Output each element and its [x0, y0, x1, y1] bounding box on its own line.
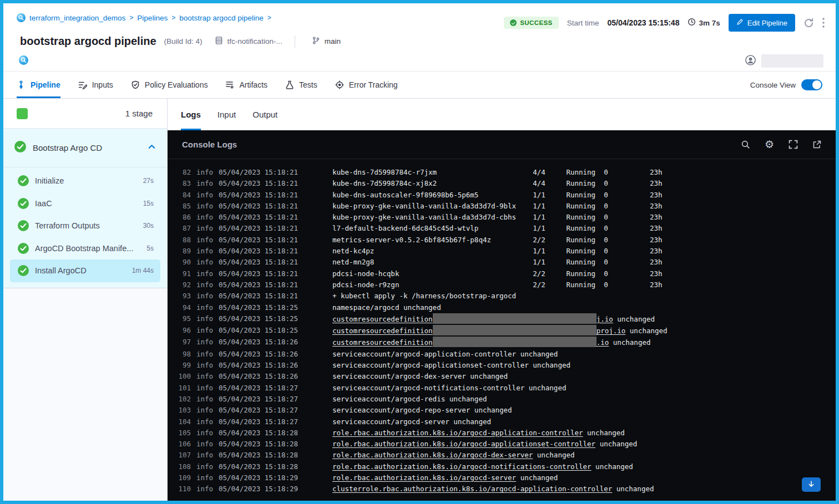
start-time-label: Start time: [567, 19, 599, 27]
log-link[interactable]: role.rbac.authorization.k8s.io/argocd-de…: [332, 451, 533, 459]
kebab-menu-icon[interactable]: [822, 18, 825, 28]
log-link[interactable]: role.rbac.authorization.k8s.io/argocd-se…: [332, 474, 516, 482]
log-line: 95info05/04/2023 15:18:25customresourced…: [176, 313, 836, 325]
refresh-icon[interactable]: [803, 18, 814, 28]
log-tab-logs[interactable]: Logs: [181, 99, 201, 130]
breadcrumb-item-pipelines[interactable]: Pipelines: [137, 14, 168, 22]
stage-count-row: 1 stage: [3, 99, 167, 129]
log-message: kube-dns-7d5998784c-r7jxm 4/4 Running 0 …: [304, 167, 836, 178]
log-line: 106info05/04/2023 15:18:28role.rbac.auth…: [176, 439, 836, 450]
log-link[interactable]: customresourcedefinition: [332, 315, 433, 323]
log-timestamp: 05/04/2023 15:18:27: [219, 394, 298, 405]
console-view-toggle[interactable]: [801, 79, 822, 90]
step-duration: 1m 44s: [132, 267, 154, 274]
log-line-number: 87: [176, 223, 191, 234]
tab-label: Inputs: [92, 80, 113, 89]
scroll-to-bottom-button[interactable]: [802, 477, 821, 492]
log-link[interactable]: j.io: [597, 315, 613, 323]
log-message: + kubectl apply -k /harness/bootstrap-ar…: [304, 291, 836, 302]
log-line: 90info05/04/2023 15:18:21netd-mn2g8 1/1 …: [176, 257, 836, 268]
step-list: Initialize27sIaaC15sTerraform Outputs30s…: [3, 167, 167, 288]
tab-error-tracking[interactable]: Error Tracking: [335, 72, 398, 98]
tab-inputs[interactable]: Inputs: [78, 72, 113, 98]
log-timestamp: 05/04/2023 15:18:21: [219, 235, 298, 246]
edit-pipeline-button[interactable]: Edit Pipeline: [729, 14, 795, 32]
log-line: 94info05/04/2023 15:18:25namespace/argoc…: [176, 302, 836, 313]
search-icon[interactable]: [741, 140, 750, 149]
content: 1 stage Bootstrap Argo CD Initialize27sI…: [3, 99, 836, 501]
log-timestamp: 05/04/2023 15:18:29: [219, 483, 298, 495]
open-in-new-icon[interactable]: [812, 140, 821, 149]
log-link[interactable]: customresourcedefinition: [332, 338, 433, 347]
clock-icon: [688, 18, 696, 28]
main-tabbar: PipelineInputsPolicy EvaluationsArtifact…: [3, 71, 836, 99]
arrow-down-icon: [807, 480, 815, 490]
tabs: PipelineInputsPolicy EvaluationsArtifact…: [17, 72, 398, 98]
avatar-icon[interactable]: [745, 55, 756, 68]
log-line: 85info05/04/2023 15:18:21kube-proxy-gke-…: [176, 201, 836, 212]
log-tab-input[interactable]: Input: [218, 99, 236, 130]
log-line-number: 105: [176, 427, 191, 439]
log-link[interactable]: role.rbac.authorization.k8s.io/argocd-no…: [332, 462, 592, 471]
tab-label: Tests: [299, 80, 317, 89]
log-link[interactable]: .io: [597, 338, 609, 347]
title-row: bootstrap argocd pipeline (Build Id: 4) …: [20, 35, 341, 48]
step-initialize[interactable]: Initialize27s: [10, 170, 160, 192]
log-message: namespace/argocd unchanged: [304, 302, 836, 313]
tab-artifacts[interactable]: Artifacts: [225, 72, 267, 98]
settings-gear-icon[interactable]: ⚙: [765, 139, 774, 150]
tab-tests[interactable]: Tests: [285, 72, 317, 98]
step-duration: 5s: [146, 245, 154, 252]
log-link[interactable]: role.rbac.authorization.k8s.io/argocd-ap…: [332, 440, 595, 448]
log-level: info: [196, 461, 213, 472]
log-level: info: [196, 246, 213, 257]
success-check-icon: [510, 19, 517, 26]
breadcrumb-item-bootstrap-argocd-pipeline[interactable]: bootstrap argocd pipeline: [179, 14, 264, 22]
log-timestamp: 05/04/2023 15:18:26: [219, 371, 298, 382]
log-line: 82info05/04/2023 15:18:21kube-dns-7d5998…: [176, 167, 836, 178]
log-level: info: [196, 450, 213, 461]
log-line: 108info05/04/2023 15:18:28role.rbac.auth…: [176, 461, 836, 472]
console-toolbar: ⚙: [741, 139, 821, 150]
tab-policy-evaluations[interactable]: Policy Evaluations: [131, 72, 208, 98]
log-message: role.rbac.authorization.k8s.io/argocd-no…: [304, 461, 836, 472]
log-line-number: 107: [176, 450, 191, 461]
tab-label: Artifacts: [239, 80, 267, 89]
chevron-up-icon[interactable]: [148, 142, 156, 153]
log-line: 109info05/04/2023 15:18:29role.rbac.auth…: [176, 472, 836, 483]
duration: 3m 7s: [688, 18, 720, 28]
log-link[interactable]: customresourcedefinition: [332, 327, 433, 335]
log-link[interactable]: role.rbac.authorization.k8s.io/argocd-ap…: [332, 429, 583, 437]
log-tab-output[interactable]: Output: [252, 99, 277, 130]
log-level: info: [196, 405, 213, 416]
log-link[interactable]: clusterrole.rbac.authorization.k8s.io/ar…: [332, 485, 612, 493]
step-iaac[interactable]: IaaC15s: [10, 192, 160, 215]
log-line: 84info05/04/2023 15:18:21kube-dns-autosc…: [176, 190, 836, 201]
log-message: serviceaccount/argocd-server unchanged: [304, 416, 836, 427]
stage-header[interactable]: Bootstrap Argo CD: [3, 129, 167, 167]
log-line: 97info05/04/2023 15:18:26customresourced…: [176, 337, 836, 348]
log-level: info: [196, 313, 213, 325]
log-line-number: 89: [176, 246, 191, 257]
log-level: info: [196, 268, 213, 279]
log-link[interactable]: proj.io: [597, 327, 626, 335]
step-install-argocd[interactable]: Install ArgoCD1m 44s: [10, 259, 160, 282]
tab-pipeline[interactable]: Pipeline: [17, 72, 60, 98]
log-level: info: [196, 178, 213, 189]
log-level: info: [196, 201, 213, 212]
step-argocd-bootstrap-manife[interactable]: ArgoCD Bootstrap Manife...5s: [10, 237, 160, 260]
step-duration: 27s: [143, 177, 154, 185]
breadcrumb-item-terraform-integration-demos[interactable]: terraform_integration_demos: [29, 14, 125, 22]
step-label: Install ArgoCD: [35, 266, 126, 275]
log-line: 103info05/04/2023 15:18:27serviceaccount…: [176, 405, 836, 416]
step-terraform-outputs[interactable]: Terraform Outputs30s: [10, 215, 160, 237]
branch-chunk[interactable]: main: [312, 36, 341, 47]
log-message: role.rbac.authorization.k8s.io/argocd-de…: [304, 450, 836, 461]
log-level: info: [196, 325, 213, 337]
fullscreen-icon[interactable]: [789, 140, 798, 149]
log-line-number: 91: [176, 268, 191, 279]
repo-name: tfc-notification-...: [228, 37, 282, 45]
repo-chunk[interactable]: tfc-notification-...: [215, 36, 282, 47]
log-timestamp: 05/04/2023 15:18:21: [219, 201, 298, 212]
check-circle-icon: [18, 198, 29, 209]
